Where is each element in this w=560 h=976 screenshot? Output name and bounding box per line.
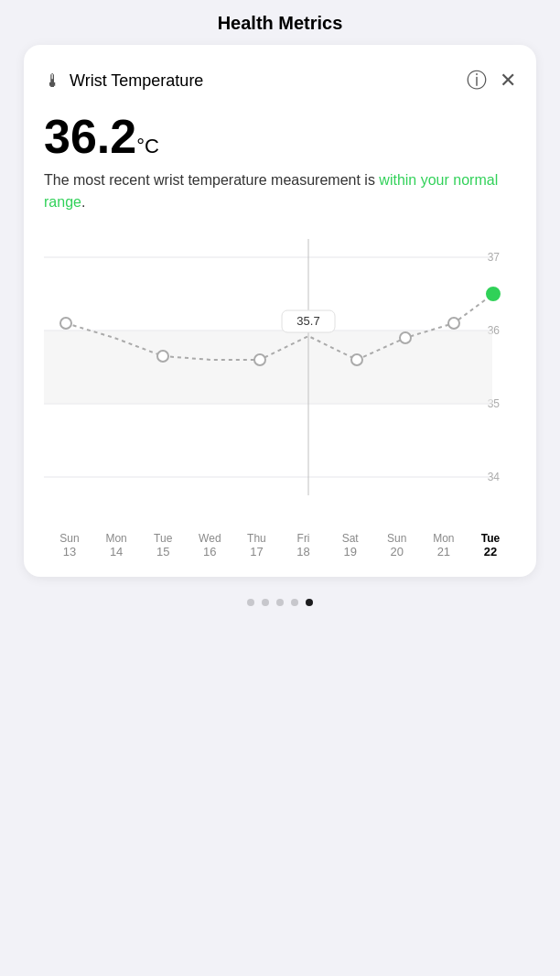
- info-icon[interactable]: ⓘ: [467, 67, 487, 94]
- x-label-mon21: Mon 21: [422, 532, 466, 558]
- x-label-wed16: Wed 16: [188, 532, 232, 558]
- datapoint-thu17: [254, 354, 265, 365]
- x-label-mon14: Mon 14: [94, 532, 138, 558]
- temperature-description: The most recent wrist temperature measur…: [44, 169, 516, 213]
- day-name: Sun: [387, 532, 406, 545]
- chart-svg-container: 37 36 35 34: [44, 239, 516, 526]
- day-name: Mon: [105, 532, 126, 545]
- health-card: 🌡 Wrist Temperature ⓘ ✕ 36.2°C The most …: [24, 45, 536, 577]
- day-num: 17: [250, 545, 263, 558]
- x-label-sun13: Sun 13: [48, 532, 92, 558]
- day-name: Mon: [433, 532, 454, 545]
- description-prefix: The most recent wrist temperature measur…: [44, 172, 379, 188]
- temperature-display: 36.2°C: [44, 113, 516, 160]
- x-label-sat19: Sat 19: [328, 532, 372, 558]
- day-num: 20: [391, 545, 404, 558]
- chart-area: 37 36 35 34: [44, 239, 516, 558]
- day-name: Sun: [59, 532, 79, 545]
- x-label-thu17: Thu 17: [234, 532, 278, 558]
- day-name: Sat: [342, 532, 359, 545]
- x-label-tue15: Tue 15: [141, 532, 185, 558]
- page-title: Health Metrics: [0, 0, 560, 45]
- datapoint-mon21: [448, 318, 459, 329]
- temperature-chart: 37 36 35 34: [44, 239, 516, 523]
- day-name: Tue: [154, 532, 172, 545]
- temperature-number: 36.2: [44, 110, 136, 163]
- day-num: 15: [156, 545, 169, 558]
- day-num: 22: [484, 545, 497, 558]
- day-num: 14: [110, 545, 123, 558]
- datapoint-sun13: [60, 318, 71, 329]
- svg-rect-4: [44, 331, 492, 404]
- day-num: 13: [63, 545, 76, 558]
- dot-3[interactable]: [276, 599, 284, 606]
- close-icon[interactable]: ✕: [500, 69, 516, 92]
- callout-value: 35.7: [296, 314, 319, 328]
- day-name: Tue: [481, 532, 500, 545]
- day-name: Fri: [297, 532, 310, 545]
- dot-4[interactable]: [291, 599, 298, 606]
- x-axis-labels: Sun 13 Mon 14 Tue 15 Wed 16 Thu 17 Fri 1…: [44, 532, 516, 558]
- datapoint-tue15: [157, 351, 168, 362]
- card-title: Wrist Temperature: [70, 71, 203, 91]
- day-num: 18: [296, 545, 309, 558]
- x-label-sun20: Sun 20: [375, 532, 419, 558]
- page-dots: [247, 599, 313, 606]
- day-num: 16: [203, 545, 216, 558]
- dot-2[interactable]: [262, 599, 269, 606]
- day-name: Thu: [247, 532, 266, 545]
- y-label-34: 34: [488, 471, 501, 483]
- datapoint-sat19: [351, 354, 362, 365]
- y-label-37: 37: [488, 251, 501, 264]
- temperature-unit: °C: [136, 135, 159, 157]
- x-label-tue22: Tue 22: [468, 532, 512, 558]
- dot-5[interactable]: [306, 599, 313, 606]
- day-num: 19: [343, 545, 356, 558]
- card-header-right: ⓘ ✕: [467, 67, 516, 94]
- dot-1[interactable]: [247, 599, 254, 606]
- x-label-fri18: Fri 18: [282, 532, 326, 558]
- card-header-left: 🌡 Wrist Temperature: [44, 70, 203, 92]
- card-header: 🌡 Wrist Temperature ⓘ ✕: [44, 67, 516, 94]
- description-suffix: .: [81, 194, 85, 210]
- thermometer-icon: 🌡: [44, 70, 62, 92]
- day-name: Wed: [199, 532, 221, 545]
- datapoint-sun20: [400, 332, 411, 343]
- datapoint-tue22-today: [485, 286, 501, 302]
- day-num: 21: [437, 545, 450, 558]
